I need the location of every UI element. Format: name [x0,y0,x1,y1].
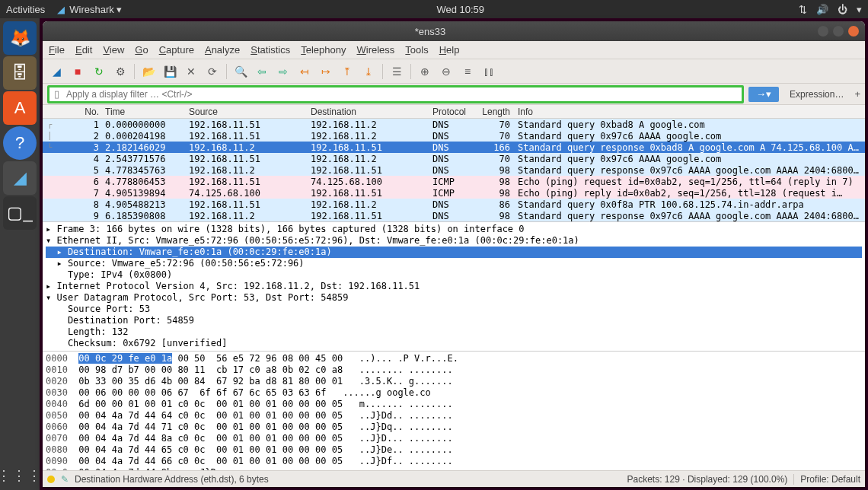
launcher-software[interactable]: A [3,91,37,125]
detail-line[interactable]: Destination Port: 54859 [46,315,862,326]
find-icon[interactable]: 🔍 [231,62,250,81]
zoom-reset-icon[interactable]: ≡ [458,62,477,81]
network-icon[interactable]: ⇅ [799,4,807,15]
detail-line[interactable]: Checksum: 0x6792 [unverified] [46,338,862,349]
launcher-firefox[interactable]: 🦊 [3,21,37,55]
launcher: 🦊 🗄 A ? ◢ ▢_ ⋮⋮⋮ [0,18,40,490]
status-profile[interactable]: Profile: Default [800,474,860,485]
expression-button[interactable]: Expression… [783,88,850,101]
packet-row[interactable]: └32.182146029192.168.11.2192.168.11.51DN… [43,142,865,153]
display-filter-input[interactable] [63,88,742,101]
packet-row[interactable]: │20.000204198192.168.11.51192.168.11.2DN… [43,130,865,142]
menu-statistics[interactable]: Statistics [251,44,290,56]
packet-list[interactable]: No. Time Source Destination Protocol Len… [43,105,865,221]
packet-row[interactable]: 96.185390808192.168.11.2192.168.11.51DNS… [43,210,865,221]
hex-line[interactable]: 0090 00 04 4a 7d 44 66 c0 0c 00 01 00 01… [46,456,862,467]
menu-tools[interactable]: Tools [405,44,428,56]
packet-row[interactable]: 74.90513989474.125.68.100192.168.11.51IC… [43,187,865,199]
capture-options-icon[interactable]: ⚙ [111,62,129,81]
maximize-button[interactable] [833,26,844,37]
menu-file[interactable]: File [49,44,65,56]
first-packet-icon[interactable]: ⤒ [338,62,356,81]
display-filter-wrap: ▯ [47,85,744,103]
menu-help[interactable]: Help [439,44,460,56]
stop-capture-icon[interactable]: ■ [69,62,87,81]
menu-wireless[interactable]: Wireless [357,44,395,56]
minimize-button[interactable] [818,26,828,37]
hex-line[interactable]: 0050 00 04 4a 7d 44 64 c0 0c 00 01 00 01… [46,410,862,422]
hex-line[interactable]: 0010 00 98 d7 b7 00 00 80 11 cb 17 c0 a8… [46,364,862,376]
launcher-terminal[interactable]: ▢_ [3,196,37,230]
packet-row[interactable]: ┌10.000000000192.168.11.51192.168.11.2DN… [43,119,865,130]
hex-line[interactable]: 0060 00 04 4a 7d 44 71 c0 0c 00 01 00 01… [46,422,862,433]
detail-line[interactable]: ▾ Ethernet II, Src: Vmware_e5:72:96 (00:… [46,235,862,247]
launcher-wireshark[interactable]: ◢ [3,161,37,195]
packet-details[interactable]: ▸ Frame 3: 166 bytes on wire (1328 bits)… [43,221,865,351]
add-filter-button[interactable]: + [854,88,860,100]
detail-line[interactable]: ▸ Frame 3: 166 bytes on wire (1328 bits)… [46,224,862,235]
hex-line[interactable]: 0020 0b 33 00 35 d6 4b 00 84 67 92 ba d8… [46,376,862,387]
volume-icon[interactable]: 🔊 [816,4,828,15]
jump-prev-icon[interactable]: ↤ [295,62,314,81]
detail-line[interactable]: Source Port: 53 [46,304,862,315]
hex-line[interactable]: 0030 00 06 00 00 00 06 67 6f 6f 67 6c 65… [46,387,862,399]
bookmark-icon[interactable]: ▯ [49,88,63,100]
status-packet-count: Packets: 129 · Displayed: 129 (100.0%) [627,474,788,485]
wireshark-icon: ◢ [57,4,65,15]
expert-info-icon[interactable] [47,476,55,483]
hex-line[interactable]: 0040 6d 00 00 01 00 01 c0 0c 00 01 00 01… [46,399,862,410]
save-file-icon[interactable]: 💾 [161,62,179,81]
detail-line[interactable]: ▸ Source: Vmware_e5:72:96 (00:50:56:e5:7… [46,258,862,269]
menubar: FileEditViewGoCaptureAnalyzeStatisticsTe… [43,41,865,59]
activities-button[interactable]: Activities [6,4,45,15]
capture-file-props-icon[interactable]: ✎ [61,474,69,485]
zoom-out-icon[interactable]: ⊖ [437,62,455,81]
packet-row[interactable]: 42.543771576192.168.11.51192.168.11.2DNS… [43,153,865,164]
menu-go[interactable]: Go [135,44,148,56]
prev-packet-icon[interactable]: ⇦ [253,62,271,81]
close-file-icon[interactable]: ✕ [182,62,200,81]
packet-row[interactable]: 54.778345763192.168.11.2192.168.11.51DNS… [43,164,865,176]
open-file-icon[interactable]: 📂 [139,62,158,81]
detail-line[interactable]: Length: 132 [46,326,862,338]
hex-line[interactable]: 0080 00 04 4a 7d 44 65 c0 0c 00 01 00 01… [46,444,862,456]
auto-scroll-icon[interactable]: ☰ [388,62,406,81]
window-title: *ens33 [43,26,818,37]
menu-caret-icon[interactable]: ▾ [857,4,862,15]
menu-telephony[interactable]: Telephony [301,44,346,56]
zoom-in-icon[interactable]: ⊕ [416,62,434,81]
last-packet-icon[interactable]: ⤓ [359,62,378,81]
detail-line[interactable]: ▸ Internet Protocol Version 4, Src: 192.… [46,281,862,292]
packet-row[interactable]: 84.905488213192.168.11.51192.168.11.2DNS… [43,199,865,210]
packet-bytes[interactable]: 0000 00 0c 29 fe e0 1a 00 50 56 e5 72 96… [43,351,865,470]
restart-capture-icon[interactable]: ↻ [90,62,108,81]
resize-columns-icon[interactable]: ⫿⫿ [480,62,498,81]
wireshark-window: *ens33 FileEditViewGoCaptureAnalyzeStati… [43,21,865,487]
statusbar: ✎ Destination Hardware Address (eth.dst)… [43,470,865,487]
titlebar[interactable]: *ens33 [43,21,865,41]
packet-row[interactable]: 64.778806453192.168.11.5174.125.68.100IC… [43,176,865,187]
detail-line[interactable]: ▸ Destination: Vmware_fe:e0:1a (00:0c:29… [46,247,862,258]
menu-view[interactable]: View [103,44,124,56]
next-packet-icon[interactable]: ⇨ [274,62,292,81]
start-capture-icon[interactable]: ◢ [47,62,65,81]
launcher-help[interactable]: ? [3,126,37,160]
jump-next-icon[interactable]: ↦ [317,62,335,81]
power-icon[interactable]: ⏻ [838,4,847,15]
app-menu[interactable]: ◢Wireshark ▾ [57,4,122,15]
close-button[interactable] [848,26,859,37]
launcher-files[interactable]: 🗄 [3,56,37,90]
toolbar: ◢ ■ ↻ ⚙ 📂 💾 ✕ ⟳ 🔍 ⇦ ⇨ ↤ ↦ ⤒ ⤓ ☰ ⊕ ⊖ ≡ ⫿⫿ [43,59,865,84]
hex-line[interactable]: 0000 00 0c 29 fe e0 1a 00 50 56 e5 72 96… [46,353,862,364]
apply-filter-button[interactable]: →▾ [748,87,779,102]
reload-icon[interactable]: ⟳ [203,62,222,81]
menu-edit[interactable]: Edit [75,44,92,56]
detail-line[interactable]: Type: IPv4 (0x0800) [46,269,862,281]
detail-line[interactable]: ▾ User Datagram Protocol, Src Port: 53, … [46,292,862,304]
packet-list-header: No. Time Source Destination Protocol Len… [43,105,865,119]
hex-line[interactable]: 0070 00 04 4a 7d 44 8a c0 0c 00 01 00 01… [46,433,862,444]
menu-capture[interactable]: Capture [159,44,194,56]
menu-analyze[interactable]: Analyze [205,44,240,56]
show-apps-icon[interactable]: ⋮⋮⋮ [0,467,43,484]
clock[interactable]: Wed 10:59 [122,4,799,15]
